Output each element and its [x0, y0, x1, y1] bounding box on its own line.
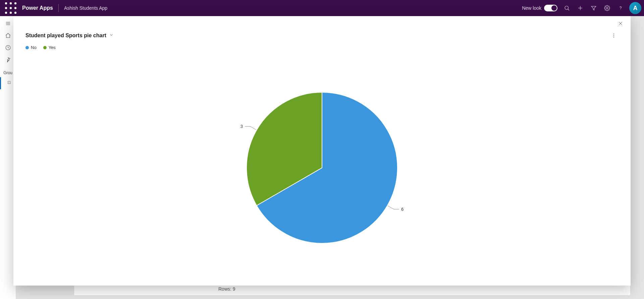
- rail-group-label: Grou: [3, 70, 12, 75]
- chart-legend: NoYes: [13, 40, 631, 50]
- legend-item[interactable]: Yes: [43, 45, 56, 50]
- svg-point-15: [620, 9, 621, 10]
- new-look-label: New look: [522, 5, 541, 11]
- svg-point-3: [5, 7, 7, 9]
- pie-chart: 63: [13, 50, 631, 286]
- more-options-icon[interactable]: [609, 31, 619, 40]
- user-avatar[interactable]: A: [629, 2, 641, 14]
- svg-marker-13: [591, 6, 596, 10]
- avatar-initial: A: [633, 5, 638, 12]
- search-icon[interactable]: [560, 0, 574, 16]
- svg-point-14: [606, 7, 608, 9]
- chart-title-dropdown[interactable]: Student played Sports pie chart: [25, 33, 114, 39]
- app-name[interactable]: Ashish Students App: [61, 5, 111, 11]
- data-label: 6: [401, 207, 404, 212]
- legend-swatch: [43, 46, 47, 49]
- svg-point-7: [10, 12, 12, 14]
- chart-modal: Student played Sports pie chart NoYes 63: [13, 16, 631, 286]
- chart-title: Student played Sports pie chart: [25, 33, 106, 39]
- svg-point-23: [613, 35, 614, 36]
- data-label-leader: [245, 127, 256, 130]
- close-icon[interactable]: [615, 18, 626, 29]
- svg-point-24: [613, 37, 614, 38]
- gear-icon[interactable]: [600, 0, 614, 16]
- svg-point-5: [14, 7, 16, 9]
- svg-point-4: [10, 7, 12, 9]
- data-label-leader: [388, 206, 399, 209]
- legend-label: No: [31, 45, 37, 50]
- help-icon[interactable]: [614, 0, 627, 16]
- svg-point-2: [14, 2, 16, 4]
- product-name[interactable]: Power Apps: [19, 5, 56, 11]
- legend-item[interactable]: No: [25, 45, 37, 50]
- legend-swatch: [25, 46, 29, 49]
- legend-label: Yes: [49, 45, 56, 50]
- svg-point-6: [5, 12, 7, 14]
- data-label: 3: [240, 124, 243, 129]
- filter-icon[interactable]: [587, 0, 600, 16]
- svg-point-8: [14, 12, 16, 14]
- add-icon[interactable]: [574, 0, 587, 16]
- app-launcher-icon[interactable]: [3, 0, 19, 16]
- svg-point-22: [613, 34, 614, 34]
- svg-point-1: [10, 2, 12, 4]
- svg-line-10: [568, 9, 569, 10]
- new-look-toggle-group: New look: [522, 5, 557, 11]
- svg-point-9: [565, 6, 569, 10]
- header-divider: [58, 4, 59, 12]
- rows-count-label: Rows: 9: [218, 286, 235, 292]
- app-header: Power Apps Ashish Students App New look …: [0, 0, 644, 16]
- chevron-down-icon: [109, 33, 114, 39]
- svg-point-0: [5, 2, 7, 4]
- new-look-toggle[interactable]: [544, 5, 557, 11]
